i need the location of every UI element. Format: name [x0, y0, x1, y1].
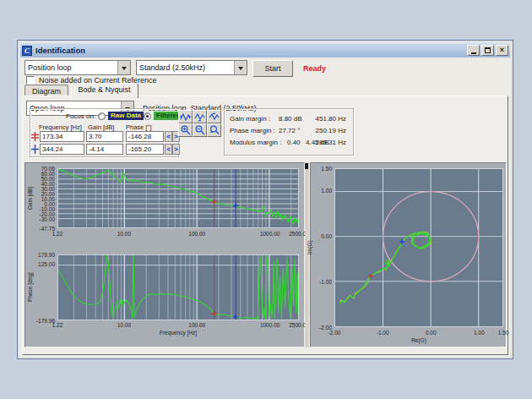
close-icon: × [500, 46, 504, 54]
gain-axis-title: Gain [dB] [27, 168, 33, 228]
tick-label: -1.00 [319, 279, 332, 285]
tick-label: 1000.00 [260, 322, 280, 328]
re-axis-title: Re(G) [334, 337, 503, 343]
zoom-reset-icon [209, 125, 220, 135]
nyquist-x-ticks: -2.00-1.000.001.001.50 [334, 330, 503, 336]
tick-label: 1.22 [52, 231, 63, 237]
tick-label: 1.00 [474, 330, 485, 336]
app-icon: C [22, 46, 32, 56]
focus-on-label: Focus on: [66, 112, 95, 120]
tick-label: 1.50 [321, 166, 332, 172]
phase-margin-value: 27.72 ° [279, 127, 300, 134]
cursor2-freq-input[interactable]: 344.24 [40, 144, 84, 155]
zoom-reset-button[interactable] [207, 123, 221, 137]
cursor1-prev-button[interactable]: < [165, 131, 172, 142]
tick-label: 0.00 [426, 330, 437, 336]
frequency-axis-title: Frequency [Hz] [57, 330, 299, 336]
modulus-margin-label: Modulus margin : [230, 139, 281, 146]
identification-window: C Identification × Position loop Standar… [17, 40, 513, 359]
bode-nyquist-panel: Open loop Position loop Standard (2.50kH… [22, 96, 508, 355]
cursor2-prev-button[interactable]: < [165, 144, 172, 155]
gain-x-ticks: 1.2210.00100.001000.002500.00 [57, 231, 299, 238]
tab-strip: Diagram Bode & Nyquist [24, 83, 138, 96]
zoom-fit-x-icon [209, 112, 220, 122]
gain-plot[interactable] [57, 168, 299, 228]
cursor2-gain-input[interactable]: -4.14 [86, 144, 123, 155]
gain-y-ticks: 70.0660.0050.0040.0030.0020.0010.000.00-… [34, 168, 56, 228]
title-bar[interactable]: C Identification × [20, 43, 510, 57]
phase-margin-freq: 250.19 Hz [316, 127, 346, 134]
cursor2-next-button[interactable]: > [172, 144, 180, 155]
maximize-button[interactable] [481, 45, 494, 56]
filtered-radio[interactable] [144, 112, 151, 120]
phase-axis-title: Phase [deg] [27, 254, 33, 320]
zoom-fit-y-icon [194, 112, 205, 122]
chevron-down-icon[interactable] [234, 61, 247, 74]
tick-label: 179.90 [38, 252, 55, 258]
zoom-toolbar [178, 110, 221, 137]
nyquist-y-ticks: 1.501.000.00-1.00-2.00 [314, 168, 333, 327]
im-axis-title: Im(G) [307, 168, 312, 327]
nyquist-plot-panel: Im(G) 1.501.000.00-1.00-2.00 -2.00-1.000… [310, 162, 507, 347]
phase-header: Phase [°] [126, 123, 152, 131]
cursor2-phase-input[interactable]: -165.20 [126, 144, 164, 155]
tick-label: 1.22 [52, 322, 63, 328]
minimize-icon [471, 52, 476, 54]
tick-label: -1.00 [377, 330, 389, 336]
tick-label: 1.50 [498, 330, 509, 336]
gain-header: Gain [dB] [88, 123, 114, 131]
phase-x-ticks: 1.2210.00100.001000.002500.00 [57, 322, 299, 329]
tick-label: 125.00 [38, 261, 55, 267]
chevron-down-icon[interactable] [117, 61, 130, 74]
zoom-in-icon [181, 125, 191, 135]
tick-label: 1000.00 [260, 231, 280, 237]
loop-select[interactable]: Position loop [24, 60, 131, 75]
bode-plot-panel: Gain [dB] 70.0660.0050.0040.0030.0020.00… [24, 162, 305, 347]
cursor1-phase-input[interactable]: -146.28 [126, 131, 164, 142]
zoom-fit-xy-button[interactable] [178, 110, 193, 123]
zoom-out-button[interactable] [193, 123, 207, 137]
tick-label: 10.00 [117, 231, 131, 237]
tick-label: -30.00 [40, 216, 55, 222]
phase-plot[interactable] [57, 254, 299, 320]
minimize-button[interactable] [467, 45, 480, 56]
zoom-fit-x-button[interactable] [207, 110, 221, 123]
blue-cursor-icon [31, 145, 39, 154]
tick-label: -2.00 [328, 330, 341, 336]
freq-header: Frequency [Hz] [39, 123, 82, 131]
modulus-margin-freq: 289.31 Hz [316, 139, 346, 146]
modulus-margin-value: 0.40 [287, 139, 301, 146]
tick-label: 0.00 [321, 233, 332, 239]
zoom-fit-xy-icon [180, 112, 191, 122]
loop-select-value: Position loop [25, 61, 117, 74]
cursor1-gain-input[interactable]: 3.70 [86, 131, 123, 142]
raw-data-radio[interactable] [98, 112, 106, 120]
start-button[interactable]: Start [252, 60, 293, 77]
tab-bode-nyquist[interactable]: Bode & Nyquist [71, 83, 138, 98]
zoom-fit-y-button[interactable] [193, 110, 207, 123]
tick-label: 10.00 [117, 322, 131, 328]
phase-margin-label: Phase margin : [230, 127, 275, 134]
gain-margin-label: Gain margin : [230, 115, 270, 123]
gain-margin-freq: 451.80 Hz [316, 115, 346, 123]
nyquist-plot[interactable] [334, 168, 503, 327]
tick-label: 1.00 [321, 188, 332, 194]
status-text: Ready [303, 64, 326, 73]
red-cursor-icon [31, 132, 39, 141]
margins-panel: Gain margin : 8.80 dB 451.80 Hz Phase ma… [224, 108, 354, 156]
tick-label: 100.00 [188, 322, 205, 328]
window-title: Identification [35, 46, 85, 55]
maximize-icon [485, 47, 491, 53]
gain-margin-value: 8.80 dB [279, 115, 302, 123]
tick-label: 100.00 [188, 231, 205, 237]
close-button[interactable]: × [496, 45, 508, 56]
raw-data-chip[interactable]: Raw Data [108, 112, 144, 120]
standard-select-value: Standard (2.50kHz) [137, 61, 234, 74]
zoom-out-icon [195, 125, 205, 135]
cursor-group: Focus on: Raw Data Filtered Frequency [H… [30, 108, 179, 157]
standard-select[interactable]: Standard (2.50kHz) [136, 60, 247, 75]
phase-y-ticks: 179.90125.00-179.96 [34, 254, 56, 320]
zoom-in-button[interactable] [178, 123, 193, 137]
cursor1-freq-input[interactable]: 173.34 [40, 131, 84, 142]
